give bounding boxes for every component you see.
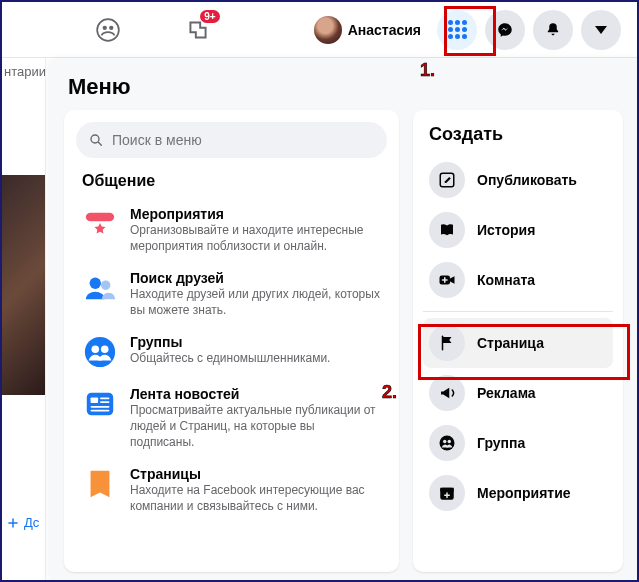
svg-rect-13 (100, 398, 109, 400)
svg-rect-12 (91, 398, 99, 404)
menu-title: Меню (68, 74, 623, 100)
create-label: Опубликовать (477, 172, 577, 188)
compose-icon (429, 162, 465, 198)
left-action-fragment[interactable]: Дс (6, 515, 39, 530)
megaphone-icon (429, 375, 465, 411)
create-post[interactable]: Опубликовать (423, 155, 613, 205)
menu-grid-icon (448, 20, 467, 39)
menu-search[interactable] (76, 122, 387, 158)
annotation-label-2: 2. (382, 382, 397, 403)
item-title: Группы (130, 334, 381, 350)
plus-icon (6, 516, 20, 530)
create-page[interactable]: Страница (423, 318, 613, 368)
menu-left-column: Общение Мероприятия Организовывайте и на… (64, 110, 399, 572)
pages-icon (82, 466, 118, 502)
book-icon (429, 212, 465, 248)
bell-icon (544, 21, 562, 39)
calendar-plus-icon (429, 475, 465, 511)
topbar: 9+ Анастасия (2, 2, 637, 58)
menu-button[interactable] (437, 10, 477, 50)
item-title: Лента новостей (130, 386, 381, 402)
svg-point-2 (109, 25, 113, 29)
create-label: Страница (477, 335, 544, 351)
section-heading: Общение (82, 172, 387, 190)
gaming-badge: 9+ (200, 10, 219, 23)
create-label: Комната (477, 272, 535, 288)
search-icon (88, 132, 104, 148)
account-button[interactable] (581, 10, 621, 50)
svg-rect-15 (91, 406, 110, 408)
messenger-button[interactable] (485, 10, 525, 50)
item-title: Страницы (130, 466, 381, 482)
menu-item-newsfeed[interactable]: Лента новостей Просматривайте актуальные… (76, 378, 387, 458)
create-label: Реклама (477, 385, 536, 401)
search-input[interactable] (112, 132, 375, 148)
menu-item-groups[interactable]: Группы Общайтесь с единомышленниками. (76, 326, 387, 378)
create-ad[interactable]: Реклама (423, 368, 613, 418)
item-desc: Находите на Facebook интересующие вас ко… (130, 483, 381, 514)
newsfeed-icon (82, 386, 118, 422)
svg-point-3 (91, 135, 99, 143)
events-icon (82, 206, 118, 242)
profile-name: Анастасия (348, 22, 421, 38)
item-desc: Просматривайте актуальные публикации от … (130, 403, 381, 450)
groups-icon (82, 334, 118, 370)
menu-right-column: Создать Опубликовать История Комната (413, 110, 623, 572)
avatar (314, 16, 342, 44)
menu-item-find-friends[interactable]: Поиск друзей Находите друзей или других … (76, 262, 387, 326)
create-label: Мероприятие (477, 485, 571, 501)
menu-item-pages[interactable]: Страницы Находите на Facebook интересующ… (76, 458, 387, 522)
create-label: Группа (477, 435, 525, 451)
menu-panel: Меню Общение Мероприятия Организовывайте… (50, 58, 637, 580)
svg-point-6 (90, 278, 101, 289)
svg-rect-23 (440, 488, 454, 492)
create-heading: Создать (429, 124, 613, 145)
create-label: История (477, 222, 535, 238)
menu-item-events[interactable]: Мероприятия Организовывайте и находите и… (76, 198, 387, 262)
friends-icon (82, 270, 118, 306)
create-event[interactable]: Мероприятие (423, 468, 613, 518)
item-title: Поиск друзей (130, 270, 381, 286)
item-title: Мероприятия (130, 206, 381, 222)
svg-rect-14 (100, 402, 109, 404)
left-image-preview (2, 175, 46, 395)
profile-chip[interactable]: Анастасия (306, 12, 429, 48)
item-desc: Организовывайте и находите интересные ме… (130, 223, 381, 254)
annotation-label-1: 1. (420, 60, 435, 81)
svg-point-8 (85, 337, 115, 367)
left-text-fragment: нтарии (2, 58, 45, 85)
create-group[interactable]: Группа (423, 418, 613, 468)
svg-point-21 (448, 440, 451, 443)
group-icon (429, 425, 465, 461)
groups-icon (95, 17, 121, 43)
svg-rect-5 (86, 213, 114, 222)
svg-point-7 (101, 281, 110, 290)
svg-point-1 (103, 25, 107, 29)
divider (423, 311, 613, 312)
svg-rect-11 (87, 393, 113, 416)
item-desc: Находите друзей или других людей, которы… (130, 287, 381, 318)
create-room[interactable]: Комната (423, 255, 613, 305)
svg-rect-16 (91, 410, 110, 412)
svg-point-20 (443, 440, 446, 443)
svg-point-19 (440, 436, 455, 451)
left-partial-strip: нтарии Дс (2, 58, 46, 580)
svg-point-9 (92, 346, 100, 354)
svg-point-0 (97, 19, 119, 41)
create-story[interactable]: История (423, 205, 613, 255)
flag-icon (429, 325, 465, 361)
item-desc: Общайтесь с единомышленниками. (130, 351, 381, 367)
chevron-down-icon (595, 26, 607, 34)
svg-point-10 (101, 346, 109, 354)
groups-tab[interactable] (68, 6, 148, 54)
notifications-button[interactable] (533, 10, 573, 50)
messenger-icon (496, 21, 514, 39)
video-plus-icon (429, 262, 465, 298)
gaming-tab[interactable]: 9+ (158, 6, 238, 54)
